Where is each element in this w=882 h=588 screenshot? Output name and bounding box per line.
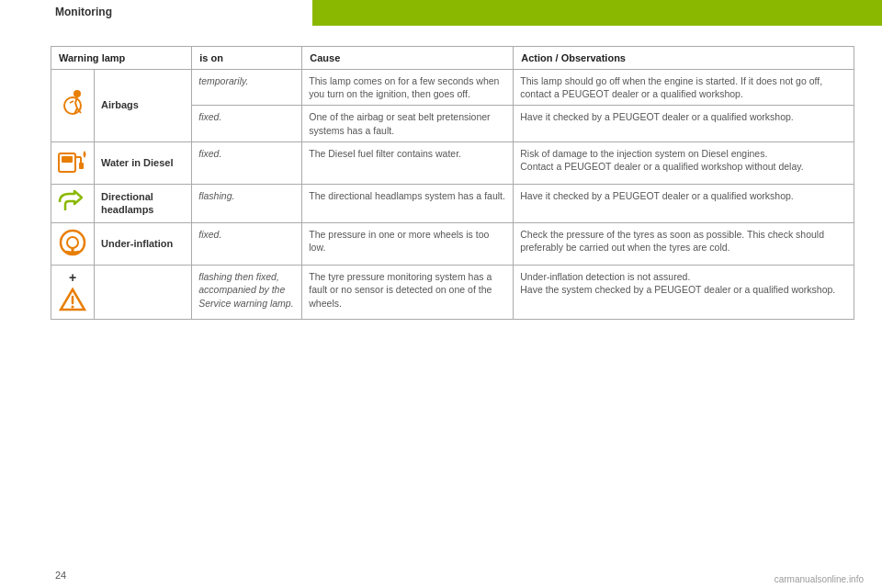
table-row: Airbagstemporarily.This lamp comes on fo…	[51, 70, 854, 106]
warning-name-water-diesel: Water in Diesel	[95, 141, 192, 184]
action-cell: This lamp should go off when the engine …	[514, 70, 854, 106]
is-on-cell: flashing.	[192, 184, 302, 222]
page-number: 24	[55, 570, 66, 581]
svg-line-3	[70, 101, 74, 103]
warning-lamp-table: Warning lamp is on Cause Action / Observ…	[51, 46, 854, 320]
warning-name-under-inflation: Under-inflation	[95, 223, 192, 266]
table-row: Under-inflationfixed.The pressure in one…	[51, 223, 854, 266]
icon-plus-warning: +	[51, 266, 95, 320]
svg-point-1	[64, 97, 81, 114]
icon-under-inflation	[51, 223, 95, 266]
cause-cell: The pressure in one or more wheels is to…	[302, 223, 514, 266]
action-cell: Have it checked by a PEUGEOT dealer or a…	[514, 184, 854, 222]
svg-point-0	[74, 90, 81, 97]
action-cell: Have it checked by a PEUGEOT dealer or a…	[514, 106, 854, 141]
svg-rect-8	[62, 156, 73, 163]
action-cell: Risk of damage to the injection system o…	[514, 141, 854, 184]
icon-airbag	[51, 70, 95, 142]
warning-name-empty	[95, 266, 192, 320]
svg-point-13	[67, 237, 78, 248]
cause-cell: This lamp comes on for a few seconds whe…	[302, 70, 514, 106]
is-on-cell: flashing then fixed, accompanied by the …	[192, 266, 302, 320]
cause-cell: The directional headlamps system has a f…	[302, 184, 514, 222]
cause-cell: The tyre pressure monitoring system has …	[302, 266, 514, 320]
col-header-cause: Cause	[302, 47, 514, 70]
action-cell: Under-inflation detection is not assured…	[514, 266, 854, 320]
cause-cell: One of the airbag or seat belt pretensio…	[302, 106, 514, 141]
is-on-cell: fixed.	[192, 223, 302, 266]
watermark-text: carmanualsonline.info	[775, 574, 864, 584]
table-row: Directional headlampsflashing.The direct…	[51, 184, 854, 222]
table-row: + flashing then fixed, accompanied by th…	[51, 266, 854, 320]
svg-rect-11	[79, 163, 84, 169]
col-header-action: Action / Observations	[514, 47, 854, 70]
warning-name-airbag: Airbags	[95, 70, 192, 142]
is-on-cell: fixed.	[192, 141, 302, 184]
icon-water-diesel	[51, 141, 95, 184]
cause-cell: The Diesel fuel filter contains water.	[302, 141, 514, 184]
col-header-ison: is on	[192, 47, 302, 70]
is-on-cell: temporarily.	[192, 70, 302, 106]
main-table-container: Warning lamp is on Cause Action / Observ…	[51, 46, 854, 560]
is-on-cell: fixed.	[192, 106, 302, 141]
warning-name-directional: Directional headlamps	[95, 184, 192, 222]
icon-directional	[51, 184, 95, 222]
header-green-bar	[312, 0, 882, 26]
svg-line-4	[75, 103, 77, 108]
action-cell: Check the pressure of the tyres as soon …	[514, 223, 854, 266]
col-header-warning: Warning lamp	[51, 47, 192, 70]
table-header-row: Warning lamp is on Cause Action / Observ…	[51, 47, 854, 70]
table-row: Water in Dieselfixed.The Diesel fuel fil…	[51, 141, 854, 184]
svg-point-15	[72, 306, 74, 309]
